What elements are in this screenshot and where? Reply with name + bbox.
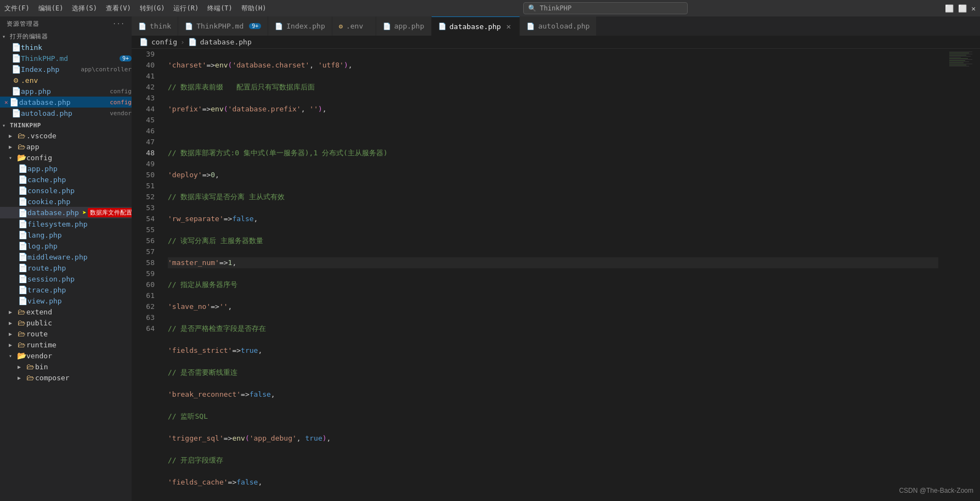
sidebar-item-cache-php[interactable]: 📄 cache.php: [0, 174, 132, 185]
code-line-56: 'trigger_sql' => env('app_debug', true),: [168, 433, 938, 444]
open-file-thinkphp: ThinkPHP.md: [21, 54, 117, 63]
code-content[interactable]: 'charset' => env('database.charset', 'ut…: [159, 49, 947, 501]
sidebar-item-route-php[interactable]: 📄 route.php: [0, 262, 132, 273]
code-line-48: 'master_num' => 1,: [168, 257, 938, 268]
sidebar-item-app-folder[interactable]: ▶ 🗁 app: [0, 141, 132, 152]
runtime-arrow: ▶: [9, 342, 16, 348]
main-area: 资源管理器 ··· ▾ 打开的编辑器 📄 think 📄 ThinkPHP.md…: [0, 16, 980, 501]
menu-edit[interactable]: 编辑(E): [38, 4, 64, 13]
sidebar-more-icon[interactable]: ···: [112, 20, 125, 27]
watermark: CSDN @The-Back-Zoom: [899, 487, 973, 494]
sidebar-header-icons[interactable]: ···: [112, 20, 125, 27]
menu-goto[interactable]: 转到(G): [140, 4, 165, 13]
sidebar-item-config-folder[interactable]: ▾ 📂 config: [0, 152, 132, 163]
folder-vendor: vendor: [26, 352, 132, 360]
code-line-51: // 是否严格检查字段是否存在: [168, 323, 938, 334]
tab-icon-think: 📄: [138, 22, 146, 30]
sidebar-item-database-php-config[interactable]: 📄 database.php ➤ 数据库文件配置: [0, 207, 132, 218]
sidebar-item-middleware-php[interactable]: 📄 middleware.php: [0, 251, 132, 262]
php-icon-9: 📄: [18, 197, 27, 206]
tab-close-database[interactable]: ✕: [504, 22, 513, 31]
menu-run[interactable]: 运行(R): [173, 4, 199, 13]
sidebar-item-vscode[interactable]: ▶ 🗁 .vscode: [0, 130, 132, 141]
sidebar-tree: ▾ 打开的编辑器 📄 think 📄 ThinkPHP.md 9+ 📄 Inde…: [0, 31, 132, 501]
config-arrow: ▾: [9, 155, 16, 161]
open-file-env: .env: [21, 76, 132, 85]
code-line-39: 'charset' => env('database.charset', 'ut…: [168, 60, 938, 71]
tab-env[interactable]: ⚙ .env: [332, 16, 376, 36]
file-log-php: log.php: [27, 242, 132, 250]
sidebar-item-think[interactable]: 📄 think: [0, 42, 132, 53]
line-numbers: 39 40 41 42 43 44 45 46 47 48 49 50 51 5…: [132, 49, 159, 501]
sidebar-item-vendor[interactable]: ▾ 📂 vendor: [0, 350, 132, 361]
window-close[interactable]: ✕: [971, 4, 976, 13]
breadcrumb-php-icon-2: 📄: [188, 38, 197, 46]
menu-terminal[interactable]: 终端(T): [207, 4, 233, 13]
minimap[interactable]: [947, 49, 980, 501]
open-file-autoload: autoload.php: [21, 109, 107, 117]
tab-autoload[interactable]: 📄 autoload.php: [520, 16, 597, 36]
sidebar-item-cookie-php[interactable]: 📄 cookie.php: [0, 196, 132, 207]
tab-label-env: .env: [346, 22, 363, 30]
open-file-think: think: [21, 43, 132, 52]
database-annotation: config: [110, 99, 132, 106]
sidebar-root-thinkphp[interactable]: ▾ THINKPHP: [0, 121, 132, 130]
menu-view[interactable]: 查看(V): [106, 4, 131, 13]
sidebar-item-runtime[interactable]: ▶ 🗁 runtime: [0, 339, 132, 350]
menu-help[interactable]: 帮助(H): [241, 4, 267, 13]
tab-index[interactable]: 📄 Index.php: [268, 16, 332, 36]
folder-icon-5: 🗁: [16, 329, 26, 338]
code-line-46: 'rw_separate' => false,: [168, 213, 938, 224]
php-icon-8: 📄: [18, 186, 27, 195]
folder-open-icon-2: 📂: [16, 351, 26, 360]
code-line-55: // 监听SQL: [168, 411, 938, 422]
sidebar-item-extend[interactable]: ▶ 🗁 extend: [0, 306, 132, 317]
tab-think[interactable]: 📄 think: [132, 16, 178, 36]
file-middleware-php: middleware.php: [27, 253, 132, 261]
sidebar-item-console-php[interactable]: 📄 console.php: [0, 185, 132, 196]
sidebar-item-filesystem-php[interactable]: 📄 filesystem.php: [0, 218, 132, 229]
close-icon[interactable]: ✕: [4, 99, 8, 106]
breadcrumb-part-config[interactable]: config: [151, 38, 177, 46]
breadcrumb-part-database[interactable]: database.php: [200, 38, 252, 46]
window-maximize[interactable]: ⬜: [958, 4, 967, 13]
code-editor[interactable]: 39 40 41 42 43 44 45 46 47 48 49 50 51 5…: [132, 49, 947, 501]
sidebar-item-index-php[interactable]: 📄 Index.php app\controller: [0, 64, 132, 75]
tab-database[interactable]: 📄 database.php ✕: [432, 16, 520, 36]
sidebar-item-app-php-config[interactable]: 📄 app.php: [0, 163, 132, 174]
sidebar-item-composer[interactable]: ▶ 🗁 composer: [0, 372, 132, 383]
file-lang-php: lang.php: [27, 231, 132, 239]
php-icon-11: 📄: [18, 219, 27, 228]
folder-icon-4: 🗁: [16, 318, 26, 327]
sidebar-item-app-php[interactable]: 📄 app.php config: [0, 86, 132, 97]
sidebar-item-lang-php[interactable]: 📄 lang.php: [0, 229, 132, 240]
menu-select[interactable]: 选择(S): [72, 4, 97, 13]
php-icon-14: 📄: [18, 252, 27, 261]
sidebar-item-log-php[interactable]: 📄 log.php: [0, 240, 132, 251]
app-arrow: ▶: [9, 144, 16, 150]
sidebar-item-view-php[interactable]: 📄 view.php: [0, 295, 132, 306]
code-line-59: ],: [168, 499, 938, 501]
sidebar-item-route[interactable]: ▶ 🗁 route: [0, 328, 132, 339]
sidebar-item-thinkphp-md[interactable]: 📄 ThinkPHP.md 9+: [0, 53, 132, 64]
sidebar-item-bin[interactable]: ▶ 🗁 bin: [0, 361, 132, 372]
folder-bin: bin: [35, 363, 132, 371]
tab-thinkphp[interactable]: 📄 ThinkPHP.md 9+: [178, 16, 268, 36]
sidebar-item-public[interactable]: ▶ 🗁 public: [0, 317, 132, 328]
file-cookie-php: cookie.php: [27, 198, 132, 206]
arrow-label: 数据库文件配置: [88, 208, 132, 217]
sidebar-item-trace-php[interactable]: 📄 trace.php: [0, 284, 132, 295]
sidebar-item-database-php[interactable]: ✕ 📄 database.php config: [0, 97, 132, 108]
tab-app[interactable]: 📄 app.php: [376, 16, 432, 36]
window-minimize[interactable]: ⬜: [945, 4, 954, 13]
menu-file[interactable]: 文件(F): [4, 4, 30, 13]
open-editors-section[interactable]: ▾ 打开的编辑器: [0, 31, 132, 42]
sidebar-item-autoload-php[interactable]: 📄 autoload.php vendor: [0, 108, 132, 119]
search-bar[interactable]: 🔍 ThinkPHP: [523, 2, 688, 14]
folder-public: public: [26, 319, 132, 327]
breadcrumb: 📄 config › 📄 database.php: [132, 36, 980, 49]
code-line-49: // 指定从服务器序号: [168, 279, 938, 290]
folder-icon-3: 🗁: [16, 307, 26, 316]
sidebar-item-session-php[interactable]: 📄 session.php: [0, 273, 132, 284]
sidebar-item-env[interactable]: ⚙ .env: [0, 75, 132, 86]
